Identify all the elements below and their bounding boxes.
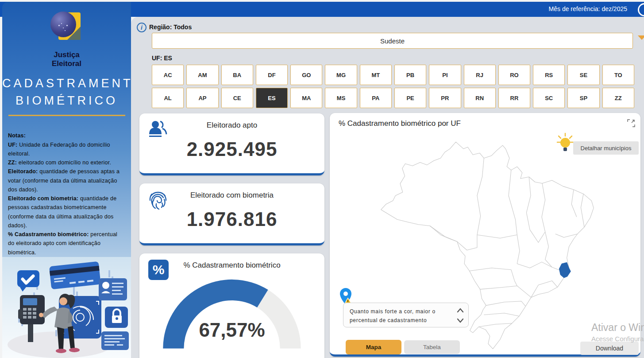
card-eleitorado-apto: Eleitorado apto 2.925.495 — [139, 113, 324, 175]
tab-tabela[interactable]: Tabela — [404, 340, 460, 354]
uf-button-to[interactable]: TO — [602, 65, 634, 85]
map-legend-tooltip: Quanto mais forte a cor, maior o percent… — [343, 303, 469, 327]
reference-month-label: Mês de referência: dez/2025 — [549, 5, 627, 12]
biometric-illustration — [2, 257, 131, 358]
uf-button-ap[interactable]: AP — [186, 88, 218, 108]
uf-button-am[interactable]: AM — [186, 65, 218, 85]
tab-mapa[interactable]: Mapa — [346, 340, 401, 354]
id-card-icon — [99, 278, 127, 300]
lock-icon — [105, 307, 128, 328]
uf-button-rj[interactable]: RJ — [464, 65, 496, 85]
tooltip-scroll-arrows[interactable] — [457, 307, 464, 324]
card-eleitorado-biometria: Eleitorado com biometria 1.976.816 — [139, 183, 324, 245]
card-title: Eleitorado com biometria — [139, 191, 324, 200]
card-value: 1.976.816 — [139, 208, 324, 230]
info-icon[interactable]: i — [137, 23, 147, 32]
uf-filter-label: UF: ES — [152, 54, 172, 62]
justica-eleitoral-logo — [47, 12, 87, 50]
uf-button-sp[interactable]: SP — [567, 88, 599, 108]
text-panel-icon — [101, 331, 129, 350]
gauge-value: 67,57% — [139, 319, 324, 341]
state-es-highlighted — [559, 262, 571, 278]
uf-button-pe[interactable]: PE — [394, 88, 426, 108]
uf-button-sc[interactable]: SC — [533, 88, 565, 108]
card-percentual-biometrico: % % Cadastramento biométrico 67,57% — [139, 253, 324, 358]
region-filter-label: Região: Todos — [149, 23, 192, 31]
uf-button-pb[interactable]: PB — [394, 65, 426, 85]
windows-activation-watermark: Ativar o Wind Acesse Configuraç — [591, 322, 644, 342]
map-title: % Cadastramento biométrico por UF — [339, 119, 461, 128]
uf-button-ba[interactable]: BA — [221, 65, 253, 85]
region-slicer[interactable]: Sudeste — [152, 33, 633, 49]
uf-button-pi[interactable]: PI — [429, 65, 461, 85]
uf-button-ms[interactable]: MS — [325, 88, 357, 108]
corner-indicator-icon — [638, 35, 644, 40]
check-bubble-icon — [17, 270, 39, 292]
uf-button-ro[interactable]: RO — [498, 65, 530, 85]
uf-button-pr[interactable]: PR — [429, 88, 461, 108]
uf-button-rn[interactable]: RN — [464, 88, 496, 108]
uf-button-ce[interactable]: CE — [221, 88, 253, 108]
uf-button-zz[interactable]: ZZ — [602, 88, 634, 108]
sidebar: Justiça Eleitoral CADASTRAMENTO BIOMÉTRI… — [2, 2, 131, 358]
uf-button-go[interactable]: GO — [290, 65, 322, 85]
uf-button-pa[interactable]: PA — [360, 88, 392, 108]
title-underline — [8, 115, 125, 116]
region-selected-value: Sudeste — [380, 37, 405, 45]
main-panel: i Região: Todos Sudeste UF: ES ACAMBADFG… — [131, 17, 644, 358]
card-icon — [49, 261, 101, 289]
notes-block: Notas: UF: Unidade da Federação do domic… — [8, 131, 125, 257]
download-button[interactable]: Download — [580, 342, 639, 355]
map-visual-card: % Cadastramento biométrico por UF Detalh… — [330, 113, 640, 357]
uf-button-ac[interactable]: AC — [152, 65, 184, 85]
uf-button-mg[interactable]: MG — [325, 65, 357, 85]
page-title: CADASTRAMENTO BIOMÉTRICO — [2, 75, 131, 109]
uf-button-row-1: ACAMBADFGOMGMTPBPIRJRORSSETO — [152, 65, 634, 85]
card-title: Eleitorado apto — [139, 121, 324, 130]
card-value: 2.925.495 — [139, 138, 324, 160]
logo-text: Justiça Eleitoral — [2, 51, 131, 68]
uf-button-mt[interactable]: MT — [360, 65, 392, 85]
uf-button-rr[interactable]: RR — [498, 88, 530, 108]
uf-button-ma[interactable]: MA — [290, 88, 322, 108]
focus-mode-icon[interactable] — [627, 119, 635, 127]
logo-globe-icon — [50, 12, 76, 37]
uf-button-es[interactable]: ES — [256, 88, 288, 108]
uf-button-df[interactable]: DF — [256, 65, 288, 85]
uf-button-se[interactable]: SE — [567, 65, 599, 85]
uf-button-rs[interactable]: RS — [533, 65, 565, 85]
uf-button-al[interactable]: AL — [152, 88, 184, 108]
card-title: % Cadastramento biométrico — [139, 261, 324, 270]
uf-button-row-2: ALAPCEESMAMSPAPEPRRNRRSCSPZZ — [152, 88, 634, 108]
help-icon[interactable] — [638, 3, 644, 16]
